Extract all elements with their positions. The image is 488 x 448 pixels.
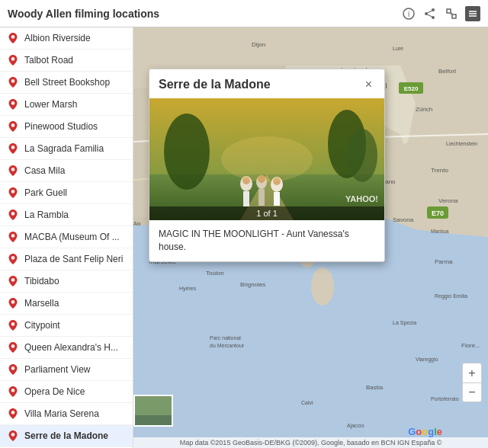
svg-point-31 (11, 433, 15, 437)
svg-text:Parma: Parma (435, 258, 453, 265)
popup-title: Serre de la Madone (159, 78, 271, 91)
svg-text:i: i (408, 10, 409, 18)
location-sidebar: Albion Riverside Talbot Road Bell Street… (0, 27, 133, 448)
info-icon[interactable]: i (401, 6, 416, 21)
svg-point-40 (311, 267, 334, 306)
svg-text:Dijon: Dijon (252, 41, 265, 48)
sidebar-item-18[interactable]: Villa Maria Serena (0, 403, 133, 425)
svg-text:Ajaccio: Ajaccio (347, 423, 364, 429)
sidebar-item-label: La Rambla (24, 210, 69, 220)
pin-icon (8, 298, 18, 309)
svg-rect-104 (258, 189, 265, 206)
popup-close-button[interactable]: × (362, 77, 375, 92)
sidebar-item-14[interactable]: Citypoint (0, 315, 133, 337)
svg-point-13 (11, 35, 15, 39)
pin-icon (8, 33, 18, 43)
svg-text:Portoferraio: Portoferraio (431, 396, 459, 402)
svg-text:Reggio Emilia: Reggio Emilia (435, 293, 467, 299)
sidebar-item-7[interactable]: Casa Mila (0, 160, 133, 182)
svg-point-20 (11, 190, 15, 194)
share-icon[interactable] (422, 6, 438, 21)
sidebar-item-2[interactable]: Talbot Road (0, 50, 133, 72)
expand-icon[interactable] (444, 6, 459, 21)
header-actions: i (401, 6, 480, 21)
pin-icon (8, 364, 18, 375)
pin-icon (8, 121, 18, 132)
svg-point-14 (11, 57, 15, 61)
sidebar-item-label: Citypoint (24, 320, 60, 331)
street-view-thumbnail[interactable] (133, 395, 173, 427)
location-popup: Serre de la Madone × (149, 69, 385, 262)
pin-icon (8, 386, 18, 397)
svg-point-17 (11, 123, 15, 127)
sidebar-item-13[interactable]: Marsella (0, 293, 133, 315)
svg-text:Bastia: Bastia (366, 384, 384, 391)
sidebar-item-label: Pinewood Studios (24, 121, 98, 132)
sidebar-item-4[interactable]: Lower Marsh (0, 94, 133, 116)
pin-icon (8, 254, 18, 264)
svg-text:E520: E520 (404, 85, 419, 92)
google-logo: Google (408, 426, 442, 437)
sidebar-item-label: Marsella (24, 298, 59, 309)
svg-rect-101 (243, 191, 249, 206)
svg-point-22 (11, 234, 15, 238)
sidebar-item-15[interactable]: Queen Alexandra's H... (0, 337, 133, 359)
zoom-out-button[interactable]: − (462, 382, 482, 402)
svg-rect-107 (274, 192, 280, 206)
pin-icon (8, 77, 18, 88)
sidebar-item-label: Casa Mila (24, 165, 65, 176)
sidebar-item-label: MACBA (Museum Of ... (24, 232, 120, 242)
svg-text:Liechtenstein: Liechtenstein (446, 141, 477, 146)
sidebar-item-17[interactable]: Opera De Nice (0, 381, 133, 403)
svg-point-19 (11, 168, 15, 171)
svg-text:du Mercantour: du Mercantour (210, 343, 245, 348)
zoom-in-button[interactable]: + (462, 363, 482, 382)
sidebar-item-12[interactable]: Tibidabo (0, 270, 133, 293)
svg-text:Toulon: Toulon (206, 270, 224, 277)
sidebar-item-6[interactable]: La Sagrada Familia (0, 138, 133, 160)
pin-icon (8, 342, 18, 353)
menu-icon[interactable] (465, 6, 480, 21)
svg-text:Lure: Lure (393, 46, 403, 51)
sidebar-item-19[interactable]: Serre de la Madone (0, 425, 133, 447)
svg-point-15 (11, 79, 15, 83)
sidebar-item-label: Opera De Nice (24, 386, 85, 397)
svg-point-99 (347, 129, 377, 182)
sidebar-items-list: Albion Riverside Talbot Road Bell Street… (0, 27, 133, 448)
sidebar-item-3[interactable]: Bell Street Bookshop (0, 72, 133, 94)
sidebar-item-1[interactable]: Albion Riverside (0, 27, 133, 50)
app-header: Woody Allen filming locations i (0, 0, 488, 27)
pin-icon (8, 187, 18, 198)
pin-icon (8, 55, 18, 66)
zoom-controls: + − (462, 363, 482, 402)
app-title: Woody Allen filming locations (8, 8, 401, 20)
sidebar-item-label: Bell Street Bookshop (24, 77, 110, 88)
svg-text:Aix: Aix (133, 221, 141, 226)
pin-icon (8, 276, 18, 286)
popup-header: Serre de la Madone × (149, 69, 384, 98)
svg-rect-7 (447, 9, 451, 13)
svg-rect-94 (135, 415, 173, 427)
svg-text:Brignoles: Brignoles (240, 281, 265, 288)
svg-text:Belfort: Belfort (438, 68, 457, 75)
svg-rect-8 (452, 14, 456, 18)
sidebar-item-label: Plaza de Sant Felip Neri (24, 254, 123, 264)
sidebar-item-label: Lower Marsh (24, 99, 77, 110)
sidebar-item-5[interactable]: Pinewood Studios (0, 116, 133, 138)
svg-text:Trento: Trento (431, 167, 448, 174)
svg-text:Hyères: Hyères (179, 286, 197, 292)
sidebar-item-16[interactable]: Parliament View (0, 359, 133, 381)
svg-text:La Spezia: La Spezia (393, 320, 416, 326)
svg-point-97 (164, 114, 210, 190)
svg-text:Calvi: Calvi (301, 400, 313, 405)
svg-point-109 (221, 136, 313, 182)
sidebar-item-8[interactable]: Park Guell (0, 182, 133, 204)
sidebar-item-label: Parliament View (24, 364, 90, 375)
svg-point-23 (11, 256, 15, 260)
sidebar-item-11[interactable]: Plaza de Sant Felip Neri (0, 248, 133, 270)
svg-text:Zürich: Zürich (416, 106, 432, 113)
sidebar-item-10[interactable]: MACBA (Museum Of ... (0, 226, 133, 248)
sidebar-item-9[interactable]: La Rambla (0, 204, 133, 226)
svg-text:Savona: Savona (393, 216, 414, 223)
svg-point-29 (11, 389, 15, 392)
